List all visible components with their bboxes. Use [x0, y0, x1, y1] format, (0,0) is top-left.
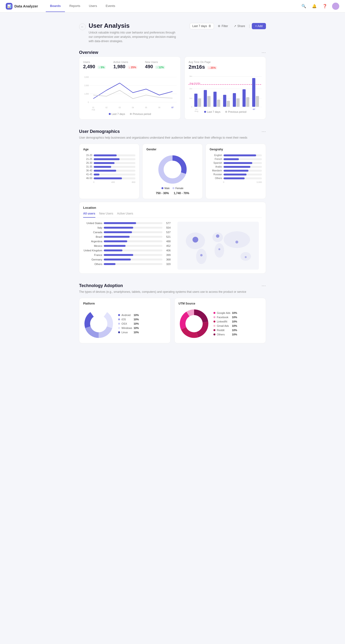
svg-rect-28	[204, 90, 207, 107]
nav-link-users[interactable]: Users	[85, 0, 101, 12]
svg-text:03: 03	[119, 106, 121, 109]
reddit-dot	[213, 329, 215, 331]
svg-text:04: 04	[132, 106, 134, 109]
others-dot	[213, 334, 215, 336]
platform-legend: Android 10% iOS 10% OSX 10%	[118, 314, 139, 334]
nav-link-events[interactable]: Events	[101, 0, 120, 12]
avg-time-stats: Avg Time On Page 2m16s ↓ 25%	[189, 60, 262, 70]
svg-text:02: 02	[105, 106, 108, 109]
avatar[interactable]	[332, 3, 339, 10]
overview-section: Overview ··· Users 2,490 ↑ 5% Active Use…	[79, 50, 266, 120]
loc-row-0: United States 577	[83, 222, 171, 224]
female-legend: Female	[173, 187, 183, 190]
geo-axis: 03,000	[210, 181, 262, 184]
active-users-label: Active Users	[113, 60, 137, 64]
users-value: 2,490	[83, 64, 95, 69]
platform-item-3: Windows 10%	[118, 326, 139, 330]
android-dot	[118, 314, 120, 316]
overview-header: Overview ···	[79, 50, 266, 55]
share-label: Share	[237, 24, 245, 28]
nav-link-reports[interactable]: Reports	[65, 0, 85, 12]
age-track-0	[94, 154, 135, 156]
age-row-1: 21-25	[83, 158, 135, 160]
geo-row-4: Mandarin	[210, 169, 262, 172]
loc-row-8: Germany 368	[83, 258, 171, 261]
svg-point-50	[224, 231, 250, 248]
filter-button[interactable]: ⚙ Filter	[216, 23, 230, 29]
page-description: Unlock valuable insights into user behav…	[89, 30, 180, 43]
svg-rect-32	[223, 95, 226, 107]
nav-brand[interactable]: 📊 Data Analyzer	[6, 3, 38, 10]
gender-donut-chart	[157, 154, 188, 185]
tab-new-users[interactable]: New Users	[99, 212, 113, 218]
tab-active-users[interactable]: Active Users	[117, 212, 133, 218]
help-icon[interactable]: ❓	[321, 3, 328, 10]
location-card: Location All users New Users Active User…	[79, 202, 266, 274]
svg-point-55	[200, 254, 203, 256]
nav-links: Boards Reports Users Events	[46, 0, 300, 12]
tab-all-users[interactable]: All users	[83, 212, 95, 218]
svg-point-52	[193, 237, 198, 242]
share-button[interactable]: ↗ Share	[232, 23, 247, 29]
demographics-title: User Demographics	[79, 129, 120, 134]
svg-point-63	[90, 315, 107, 332]
svg-rect-39	[256, 96, 259, 107]
users-badge: ↑ 5%	[98, 66, 106, 69]
nav-actions: 🔍 🔔 ❓	[300, 3, 339, 10]
svg-rect-27	[198, 98, 201, 107]
platform-card: Platform	[79, 298, 171, 343]
svg-rect-33	[227, 101, 230, 107]
bell-icon[interactable]: 🔔	[311, 3, 318, 10]
age-row-2: 26-30	[83, 162, 135, 164]
technology-more-button[interactable]: ···	[262, 283, 266, 288]
overview-title: Overview	[79, 50, 98, 55]
world-map	[174, 222, 262, 270]
svg-text:1m: 1m	[189, 97, 192, 99]
platform-item-4: Linux 10%	[118, 331, 139, 334]
svg-rect-36	[242, 89, 246, 107]
new-users-stat: New Users 490 ↑ 12%	[145, 60, 165, 70]
male-stat: 750 - 30%	[156, 192, 169, 195]
svg-text:2m: 2m	[189, 88, 192, 90]
svg-rect-37	[246, 97, 249, 107]
osx-dot	[118, 323, 120, 325]
chart-legend: Last 7 days Previous period	[83, 112, 177, 116]
svg-text:06: 06	[158, 106, 161, 109]
back-button[interactable]: ←	[79, 24, 86, 30]
utm-item-2: LinkedIN 10%	[213, 320, 237, 323]
active-users-badge: ↓ 25%	[128, 66, 138, 69]
platform-item-1: iOS 10%	[118, 318, 139, 321]
add-button[interactable]: + Add	[252, 23, 266, 29]
loc-row-5: Mexico 452	[83, 244, 171, 247]
linkedin-dot	[213, 320, 215, 322]
demographics-more-button[interactable]: ···	[262, 129, 266, 134]
gender-stats-row: 750 - 30% 1,740 - 70%	[156, 192, 189, 195]
technology-header: Technology Adoption ···	[79, 283, 266, 288]
windows-dot	[118, 327, 120, 329]
age-label-0: 15-20	[83, 154, 92, 156]
age-label-1: 21-25	[83, 158, 92, 160]
overview-more-button[interactable]: ···	[262, 50, 266, 55]
female-stat: 1,740 - 70%	[174, 192, 189, 195]
filter-icon: ⚙	[218, 24, 220, 28]
svg-text:Aug 2m16s: Aug 2m16s	[189, 82, 200, 84]
svg-text:2,000: 2,000	[84, 84, 89, 87]
gender-donut-area: Male Female 750 - 30% 1,740 - 70%	[146, 154, 199, 195]
demographics-section: User Demographics ··· User demographics …	[79, 129, 266, 274]
platform-item-0: Android 10%	[118, 314, 139, 316]
search-icon[interactable]: 🔍	[300, 3, 307, 10]
google-ads-dot	[213, 312, 215, 314]
utm-item-0: Google Ads 10%	[213, 312, 237, 314]
utm-item-4: Reddit 10%	[213, 329, 237, 332]
date-range-button[interactable]: Last 7 days 🗓	[190, 23, 214, 29]
utm-item-1: Facebook 10%	[213, 316, 237, 319]
age-card: Age 15-20 21-25 26-30 31-35	[79, 144, 139, 199]
svg-rect-35	[236, 98, 240, 107]
nav-link-boards[interactable]: Boards	[46, 0, 65, 12]
overview-grid: Users 2,490 ↑ 5% Active Users 1,980 ↓ 25…	[79, 56, 266, 120]
demographics-grid: Age 15-20 21-25 26-30 31-35	[79, 144, 266, 199]
page-title-area: User Analysis Unlock valuable insights i…	[89, 22, 190, 43]
utm-legend: Google Ads 10% Facebook 10% LinkedIN 10%	[213, 312, 237, 336]
geography-title: Geograhy	[210, 148, 262, 151]
geo-row-2: Spanish	[210, 162, 262, 164]
